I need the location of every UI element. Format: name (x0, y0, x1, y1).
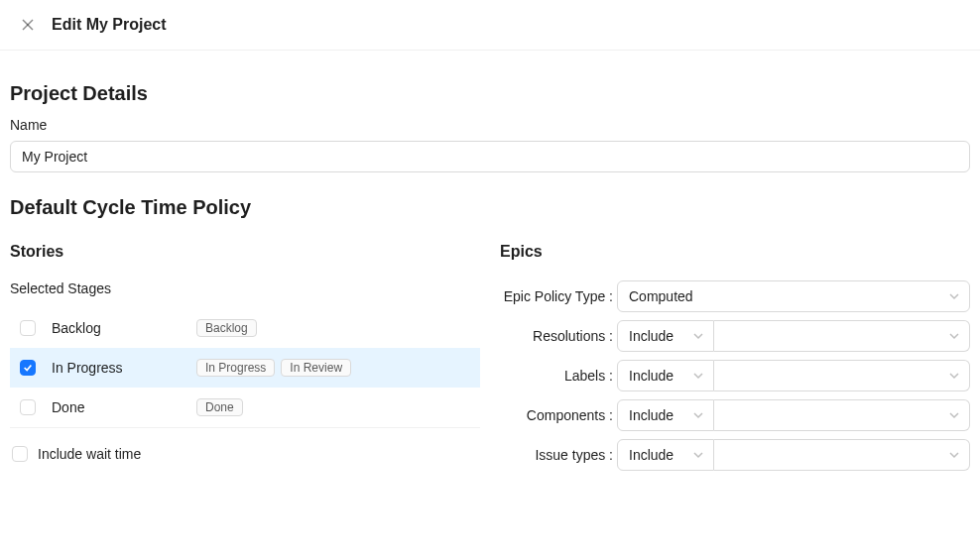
labels-mode-select[interactable]: Include (617, 360, 714, 391)
stage-name: Backlog (52, 320, 181, 336)
stage-tag: Done (196, 398, 243, 416)
chevron-down-icon (693, 371, 703, 381)
header: Edit My Project (0, 0, 980, 51)
stage-tags: Done (196, 398, 243, 416)
issue-types-label: Issue types (500, 447, 617, 463)
labels-value-select[interactable] (714, 360, 970, 391)
chevron-down-icon (693, 331, 703, 341)
epics-heading: Epics (500, 243, 970, 261)
include-wait-time-checkbox[interactable] (12, 446, 28, 462)
stage-tag: In Progress (196, 359, 275, 377)
include-wait-time-row[interactable]: Include wait time (10, 446, 480, 462)
select-value: Include (629, 328, 674, 344)
resolutions-label: Resolutions (500, 328, 617, 344)
include-wait-time-label: Include wait time (38, 446, 141, 462)
select-value: Include (629, 447, 674, 463)
stage-tag: Backlog (196, 319, 257, 337)
close-icon[interactable] (20, 17, 36, 33)
stage-tag: In Review (281, 359, 351, 377)
stage-name: In Progress (52, 360, 181, 376)
stage-row-done[interactable]: Done Done (10, 388, 480, 427)
stories-heading: Stories (10, 243, 480, 261)
stage-checkbox[interactable] (20, 360, 36, 376)
stage-list: Backlog Backlog In Progress In Progress … (10, 308, 480, 428)
epics-column: Epics Epic Policy Type Computed Resoluti… (500, 243, 970, 479)
chevron-down-icon (949, 450, 959, 460)
stage-row-backlog[interactable]: Backlog Backlog (10, 308, 480, 348)
labels-label: Labels (500, 368, 617, 384)
chevron-down-icon (693, 410, 703, 420)
select-value: Include (629, 407, 674, 423)
select-value: Include (629, 368, 674, 384)
chevron-down-icon (949, 371, 959, 381)
stage-tags: In Progress In Review (196, 359, 351, 377)
stage-checkbox[interactable] (20, 320, 36, 336)
chevron-down-icon (949, 410, 959, 420)
components-mode-select[interactable]: Include (617, 399, 714, 431)
issue-types-mode-select[interactable]: Include (617, 439, 714, 471)
project-details-heading: Project Details (10, 82, 970, 105)
resolutions-mode-select[interactable]: Include (617, 320, 714, 352)
name-label: Name (10, 117, 970, 133)
epic-policy-type-select[interactable]: Computed (617, 280, 970, 312)
chevron-down-icon (949, 331, 959, 341)
chevron-down-icon (693, 450, 703, 460)
stage-row-in-progress[interactable]: In Progress In Progress In Review (10, 348, 480, 388)
components-value-select[interactable] (714, 399, 970, 431)
resolutions-value-select[interactable] (714, 320, 970, 352)
components-label: Components (500, 407, 617, 423)
cycle-time-heading: Default Cycle Time Policy (10, 196, 970, 219)
chevron-down-icon (949, 291, 959, 301)
selected-stages-label: Selected Stages (10, 280, 480, 296)
select-value: Computed (629, 288, 693, 304)
stage-tags: Backlog (196, 319, 257, 337)
stage-checkbox[interactable] (20, 399, 36, 415)
content: Project Details Name Default Cycle Time … (0, 51, 980, 508)
epic-policy-type-label: Epic Policy Type (500, 288, 617, 304)
page-title: Edit My Project (52, 16, 167, 34)
stories-column: Stories Selected Stages Backlog Backlog (10, 243, 480, 479)
stage-name: Done (52, 399, 181, 415)
project-name-input[interactable] (10, 141, 970, 172)
issue-types-value-select[interactable] (714, 439, 970, 471)
